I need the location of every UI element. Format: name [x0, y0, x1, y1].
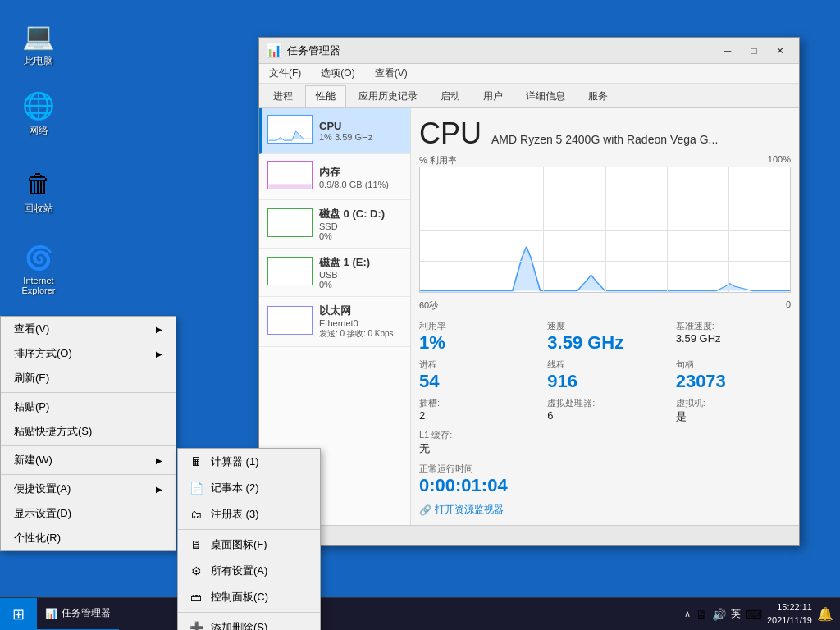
grid-v-5: [728, 167, 729, 292]
threads-label: 线程: [547, 358, 662, 371]
cpu-header: CPU AMD Ryzen 5 2400G with Radeon Vega G…: [419, 116, 791, 151]
menu-view[interactable]: 查看(V): [368, 65, 414, 82]
notification-icon[interactable]: 🔔: [817, 606, 833, 622]
desktop-icon-ie[interactable]: 🌀 InternetExplorer: [10, 238, 67, 299]
submenu-regedit[interactable]: 🗂 注册表 (3): [178, 501, 320, 527]
l1-label: L1 缓存:: [419, 429, 534, 441]
cpu-graph: [419, 167, 791, 293]
slots-value: 2: [419, 409, 534, 422]
start-icon: ⊞: [12, 605, 25, 623]
lang-indicator[interactable]: 英: [731, 607, 741, 621]
submenu-calc[interactable]: 🖩 计算器 (1): [178, 449, 320, 475]
submenu-control-panel[interactable]: 🗃 控制面板(C): [178, 584, 320, 610]
context-new[interactable]: 新建(W) ▶ 🖩 计算器 (1) 📄 记事本 (2) 🗂 注册表 (3) 🖥 …: [1, 448, 176, 472]
stat-handles: 句柄 23073: [676, 358, 791, 392]
bottom-bar: [259, 525, 799, 545]
desktop-icons-icon: 🖥: [188, 536, 204, 553]
tab-services[interactable]: 服务: [578, 85, 619, 107]
disk0-resource-sub: SSD0%: [319, 221, 385, 241]
desktop-icon-recycle[interactable]: 🗑 回收站: [10, 164, 67, 219]
desktop-icon-this-pc[interactable]: 💻 此电脑: [10, 16, 67, 71]
cpu-resource-label: CPU: [319, 120, 372, 132]
tray-up-icon[interactable]: ∧: [684, 609, 691, 619]
date-display: 2021/11/19: [767, 614, 812, 627]
taskbar-taskmanager[interactable]: 📊 任务管理器: [37, 598, 119, 631]
tab-process[interactable]: 进程: [262, 85, 304, 107]
tab-performance[interactable]: 性能: [305, 85, 346, 107]
context-quick-settings[interactable]: 便捷设置(A) ▶: [1, 477, 176, 501]
stat-speed: 速度 3.59 GHz: [547, 320, 662, 354]
cpu-mini-chart: [267, 115, 313, 144]
resource-item-ethernet[interactable]: 以太网 Ethernet0 发送: 0 接收: 0 Kbps: [259, 297, 410, 347]
divider-1: [1, 392, 176, 393]
context-display[interactable]: 显示设置(D): [1, 501, 176, 526]
network-icon: 🌐: [22, 89, 55, 122]
regedit-icon: 🗂: [188, 506, 204, 523]
usage-pct-label: % 利用率: [419, 154, 457, 167]
divider-3: [1, 474, 176, 475]
recycle-icon: 🗑: [22, 167, 55, 200]
submenu-notepad[interactable]: 📄 记事本 (2): [178, 475, 320, 501]
time-display: 15:22:11: [767, 601, 812, 614]
stat-l1: L1 缓存: 无: [419, 429, 534, 456]
menu-file[interactable]: 文件(F): [262, 65, 308, 82]
memory-resource-sub: 0.9/8.0 GB (11%): [319, 180, 389, 189]
disk1-mini-chart: [267, 257, 313, 285]
menu-options[interactable]: 选项(O): [314, 65, 361, 82]
window-controls: ─ □ ✕: [715, 43, 792, 59]
submenu-new: 🖩 计算器 (1) 📄 记事本 (2) 🗂 注册表 (3) 🖥 桌面图标(F) …: [177, 448, 321, 630]
maximize-button[interactable]: □: [742, 43, 766, 59]
tray-network-icon[interactable]: 🖥: [696, 608, 707, 621]
context-menu: 查看(V) ▶ 排序方式(O) ▶ 刷新(E) 粘贴(P) 粘贴快捷方式(S) …: [0, 316, 176, 551]
cpu-resource-sub: 1% 3.59 GHz: [319, 132, 372, 142]
task-manager-window: 📊 任务管理器 ─ □ ✕ 文件(F) 选项(O) 查看(V) 进程 性能 应用…: [258, 37, 800, 546]
cpu-model: AMD Ryzen 5 2400G with Radeon Vega G...: [491, 133, 718, 146]
close-button[interactable]: ✕: [768, 43, 792, 59]
disk1-resource-label: 磁盘 1 (E:): [319, 255, 370, 270]
uptime-value: 0:00:01:04: [419, 475, 791, 496]
tab-startup[interactable]: 启动: [430, 85, 471, 107]
taskbar-time[interactable]: 15:22:11 2021/11/19: [767, 601, 812, 627]
utilization-label: 利用率: [419, 320, 534, 332]
base-speed-label: 基准速度:: [676, 320, 791, 332]
monitor-link-label: 打开资源监视器: [435, 503, 504, 517]
submenu-desktop-icons[interactable]: 🖥 桌面图标(F): [178, 532, 320, 558]
resource-item-memory[interactable]: 内存 0.9/8.0 GB (11%): [259, 154, 410, 200]
start-button[interactable]: ⊞: [0, 598, 37, 631]
process-value: 54: [419, 371, 534, 392]
context-refresh[interactable]: 刷新(E): [1, 366, 176, 390]
resource-item-disk1[interactable]: 磁盘 1 (E:) USB0%: [259, 249, 410, 297]
tab-details[interactable]: 详细信息: [515, 85, 576, 107]
context-personalize[interactable]: 个性化(R): [1, 526, 176, 550]
disk0-mini-chart: [267, 208, 313, 237]
tm-title: 任务管理器: [287, 43, 715, 58]
desktop-icon-network[interactable]: 🌐 网络: [10, 86, 67, 141]
add-remove-icon: ➕: [188, 619, 204, 630]
context-paste-shortcut[interactable]: 粘贴快捷方式(S): [1, 419, 176, 444]
monitor-icon: 🔗: [419, 504, 431, 516]
resource-item-disk0[interactable]: 磁盘 0 (C: D:) SSD0%: [259, 200, 410, 249]
uptime-section: 正常运行时间 0:00:01:04: [419, 463, 791, 496]
memory-mini-chart: [267, 161, 313, 189]
tab-app-history[interactable]: 应用历史记录: [348, 85, 428, 107]
l1-value: 无: [419, 441, 534, 456]
context-sort[interactable]: 排序方式(O) ▶: [1, 341, 176, 366]
taskmanager-taskbar-label: 任务管理器: [62, 606, 111, 620]
stat-vm: 虚拟机: 是: [676, 397, 791, 424]
grid-v-3: [605, 167, 606, 292]
base-speed-value: 3.59 GHz: [676, 332, 791, 345]
context-paste[interactable]: 粘贴(P): [1, 395, 176, 419]
tray-volume-icon[interactable]: 🔊: [712, 608, 726, 621]
context-view[interactable]: 查看(V) ▶: [1, 317, 176, 341]
stat-base-speed: 基准速度: 3.59 GHz: [676, 320, 791, 354]
submenu-add-remove[interactable]: ➕ 添加删除(S): [178, 614, 320, 630]
sort-arrow: ▶: [156, 349, 162, 358]
tab-users[interactable]: 用户: [472, 85, 514, 107]
submenu-all-settings[interactable]: ⚙ 所有设置(A): [178, 558, 320, 584]
minimize-button[interactable]: ─: [715, 43, 740, 59]
open-resource-monitor-link[interactable]: 🔗 打开资源监视器: [419, 496, 791, 517]
resource-item-cpu[interactable]: CPU 1% 3.59 GHz: [259, 108, 410, 154]
tm-icon: 📊: [266, 43, 282, 58]
tray-keyboard-icon[interactable]: ⌨: [746, 608, 762, 621]
ethernet-resource-label: 以太网: [319, 304, 394, 318]
